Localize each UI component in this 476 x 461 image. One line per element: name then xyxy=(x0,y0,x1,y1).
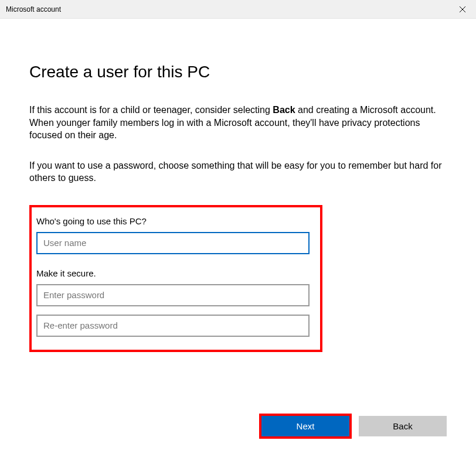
reenter-password-input[interactable] xyxy=(36,315,310,337)
para1-bold: Back xyxy=(273,105,295,115)
info-paragraph-2: If you want to use a password, choose so… xyxy=(29,159,447,185)
info-paragraph-1: If this account is for a child or teenag… xyxy=(29,104,447,142)
content-area: Create a user for this PC If this accoun… xyxy=(0,19,476,352)
titlebar: Microsoft account xyxy=(0,0,476,19)
password-input[interactable] xyxy=(36,284,310,306)
close-button[interactable] xyxy=(449,0,476,19)
username-section-label: Who's going to use this PC? xyxy=(36,216,310,226)
next-button[interactable]: Next xyxy=(261,416,349,436)
page-title: Create a user for this PC xyxy=(29,63,447,81)
password-section-label: Make it secure. xyxy=(36,268,310,278)
footer-buttons: Next Back xyxy=(259,414,447,439)
form-highlight-box: Who's going to use this PC? Make it secu… xyxy=(29,205,322,352)
next-button-highlight: Next xyxy=(259,414,352,439)
close-icon xyxy=(460,4,465,15)
titlebar-title: Microsoft account xyxy=(6,5,61,13)
para1-before: If this account is for a child or teenag… xyxy=(29,105,273,115)
back-button[interactable]: Back xyxy=(359,416,447,436)
username-input[interactable] xyxy=(36,232,310,254)
